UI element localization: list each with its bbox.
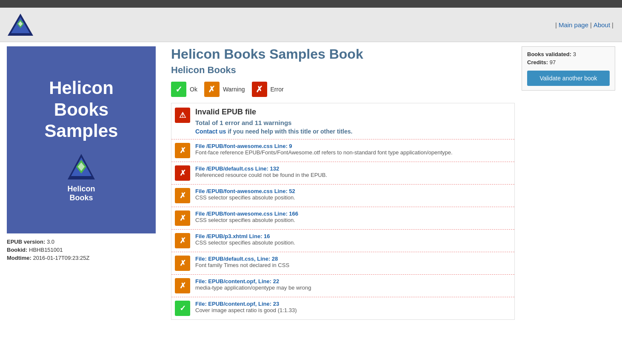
nav-separator-3: | xyxy=(612,21,613,28)
row-message: CSS selector specifies absolute position… xyxy=(195,217,511,223)
nav-separator-2: | xyxy=(590,21,592,28)
book-publisher: Helicon Books xyxy=(171,65,515,76)
summary-heading: Invalid EPUB file xyxy=(195,108,511,117)
row-message: Font-face reference EPUB/Fonts/FontAweso… xyxy=(195,149,511,156)
row-content: File /EPUB/font-awesome.css Line: 9 Font… xyxy=(195,143,511,156)
content-wrapper: HeliconBooksSamples HeliconBooks EPUB ve… xyxy=(0,42,622,364)
helicon-logo xyxy=(7,11,34,38)
main-panel: Helicon Books Samples Book Helicon Books… xyxy=(164,46,522,360)
warning-badge: ✗ xyxy=(204,82,220,97)
left-panel: HeliconBooksSamples HeliconBooks EPUB ve… xyxy=(7,46,164,360)
sidebar-stats: Books validated: 3 Credits: 97 xyxy=(527,51,610,65)
validation-row: ✗ File /EPUB/p3.xhtml Line: 16 CSS selec… xyxy=(171,230,514,252)
validation-row: ✗ File /EPUB/default.css Line: 132 Refer… xyxy=(171,162,514,185)
epub-version-line: EPUB version: 3.0 xyxy=(7,239,160,245)
book-title: Helicon Books Samples Book xyxy=(171,46,515,62)
error-count: Total of 1 error and 11 warnings xyxy=(195,119,511,126)
row-file: File /EPUB/font-awesome.css Line: 166 xyxy=(195,210,511,217)
book-cover: HeliconBooksSamples HeliconBooks xyxy=(7,46,156,233)
error-label: Error xyxy=(271,86,284,93)
row-message: Font family Times not declared in CSS xyxy=(195,262,511,268)
nav-separator-1: | xyxy=(555,21,557,28)
row-file: File: EPUB/content.opf, Line: 22 xyxy=(195,278,511,284)
cover-logo-area: HeliconBooks xyxy=(64,151,98,202)
validation-rows-container: ✗ File /EPUB/font-awesome.css Line: 9 Fo… xyxy=(171,139,514,319)
row-content: File /EPUB/p3.xhtml Line: 16 CSS selecto… xyxy=(195,233,511,246)
modtime-line: Modtime: 2016-01-17T09:23:25Z xyxy=(7,255,160,261)
epub-version-label: EPUB version: xyxy=(7,239,45,245)
summary-row: ⚠ Invalid EPUB file Total of 1 error and… xyxy=(171,103,514,139)
validation-row: ✗ File: EPUB/content.opf, Line: 22 media… xyxy=(171,275,514,297)
row-content: File /EPUB/font-awesome.css Line: 166 CS… xyxy=(195,210,511,223)
row-file: File: EPUB/content.opf, Line: 23 xyxy=(195,301,511,307)
bookid-value: HBHB151001 xyxy=(29,247,63,253)
bookid-line: Bookid: HBHB151001 xyxy=(7,247,160,253)
row-message: media-type application/opentype may be w… xyxy=(195,284,511,291)
row-icon: ✗ xyxy=(175,210,190,226)
row-icon: ✓ xyxy=(175,301,190,316)
row-icon: ✗ xyxy=(175,256,190,271)
row-content: File: EPUB/content.opf, Line: 23 Cover i… xyxy=(195,301,511,313)
row-file: File /EPUB/font-awesome.css Line: 9 xyxy=(195,143,511,149)
validate-another-button[interactable]: Validate another book xyxy=(527,71,610,86)
row-file: File /EPUB/p3.xhtml Line: 16 xyxy=(195,233,511,239)
books-validated-line: Books validated: 3 xyxy=(527,51,610,57)
row-message: Referenced resource could not be found i… xyxy=(195,172,511,178)
cover-logo-svg xyxy=(64,151,98,185)
row-icon: ✗ xyxy=(175,165,190,181)
credits-value: 97 xyxy=(550,59,556,65)
logo-area xyxy=(7,11,34,38)
warning-label: Warning xyxy=(223,86,245,93)
contact-line: Contact us if you need help with this ti… xyxy=(195,128,511,135)
books-validated-value: 3 xyxy=(573,51,576,57)
summary-icon: ⚠ xyxy=(175,108,190,123)
row-message: Cover image aspect ratio is good (1:1.33… xyxy=(195,307,511,313)
validation-row: ✓ File: EPUB/content.opf, Line: 23 Cover… xyxy=(171,297,514,319)
validation-row: ✗ File: EPUB/default.css, Line: 28 Font … xyxy=(171,252,514,275)
ok-badge: ✓ xyxy=(171,82,186,97)
row-icon: ✗ xyxy=(175,233,190,248)
contact-suffix: if you need help with this title or othe… xyxy=(226,128,352,135)
row-content: File /EPUB/default.css Line: 132 Referen… xyxy=(195,165,511,178)
credits-label: Credits: xyxy=(527,59,548,65)
top-bar xyxy=(0,0,622,8)
row-icon: ✗ xyxy=(175,188,190,203)
header: | Main page | About | xyxy=(0,8,622,42)
epub-version-value: 3.0 xyxy=(47,239,54,245)
books-validated-label: Books validated: xyxy=(527,51,571,57)
validation-row: ✗ File /EPUB/font-awesome.css Line: 166 … xyxy=(171,207,514,230)
cover-logo-text: HeliconBooks xyxy=(67,185,95,202)
row-file: File: EPUB/default.css, Line: 28 xyxy=(195,256,511,262)
nav-links: | Main page | About | xyxy=(554,21,615,28)
contact-link[interactable]: Contact us xyxy=(195,128,226,135)
credits-line: Credits: 97 xyxy=(527,59,610,65)
summary-content: Invalid EPUB file Total of 1 error and 1… xyxy=(195,108,511,135)
ok-label: Ok xyxy=(190,86,197,93)
book-meta: EPUB version: 3.0 Bookid: HBHB151001 Mod… xyxy=(7,239,160,261)
row-message: CSS selector specifies absolute position… xyxy=(195,194,511,201)
modtime-label: Modtime: xyxy=(7,255,31,261)
modtime-value: 2016-01-17T09:23:25Z xyxy=(33,255,89,261)
row-content: File /EPUB/font-awesome.css Line: 52 CSS… xyxy=(195,188,511,201)
right-sidebar: Books validated: 3 Credits: 97 Validate … xyxy=(522,46,615,91)
validation-results: ⚠ Invalid EPUB file Total of 1 error and… xyxy=(171,103,515,320)
validation-row: ✗ File /EPUB/font-awesome.css Line: 9 Fo… xyxy=(171,139,514,162)
row-file: File /EPUB/font-awesome.css Line: 52 xyxy=(195,188,511,194)
error-badge: ✗ xyxy=(252,82,267,97)
validation-row: ✗ File /EPUB/font-awesome.css Line: 52 C… xyxy=(171,185,514,207)
main-page-link[interactable]: Main page xyxy=(559,21,588,28)
bookid-label: Bookid: xyxy=(7,247,27,253)
row-message: CSS selector specifies absolute position… xyxy=(195,239,511,246)
row-icon: ✗ xyxy=(175,278,190,293)
about-link[interactable]: About xyxy=(593,21,610,28)
row-content: File: EPUB/default.css, Line: 28 Font fa… xyxy=(195,256,511,268)
row-file: File /EPUB/default.css Line: 132 xyxy=(195,165,511,172)
row-icon: ✗ xyxy=(175,143,190,158)
cover-title: HeliconBooksSamples xyxy=(45,77,118,142)
legend: ✓ Ok ✗ Warning ✗ Error xyxy=(171,82,515,97)
row-content: File: EPUB/content.opf, Line: 22 media-t… xyxy=(195,278,511,291)
